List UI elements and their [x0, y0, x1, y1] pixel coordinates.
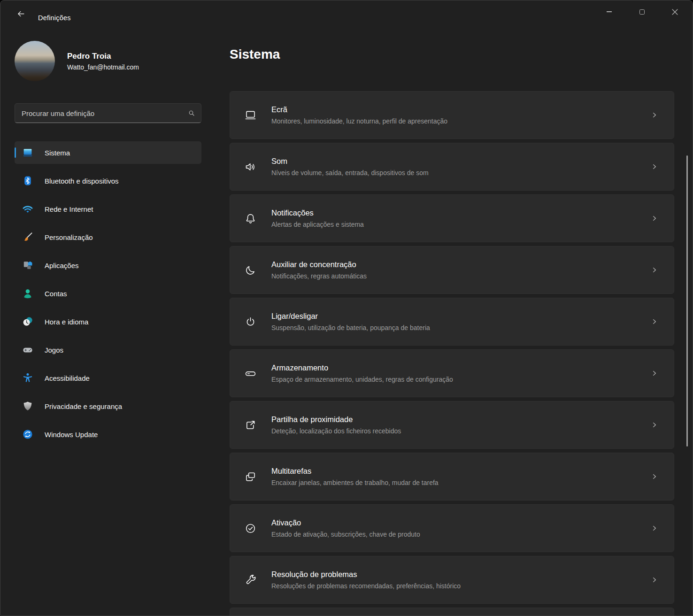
settings-card-resolucao-de-problemas[interactable]: Resolução de problemasResoluções de prob…	[230, 556, 674, 604]
card-subtitle: Resoluções de problemas recomendadas, pr…	[271, 582, 461, 590]
settings-card-som[interactable]: SomNíveis de volume, saída, entrada, dis…	[230, 143, 674, 191]
chevron-right-icon	[651, 267, 658, 274]
settings-card-ligar-desligar[interactable]: Ligar/desligarSuspensão, utilização de b…	[230, 298, 674, 346]
page-title: Sistema	[230, 46, 693, 63]
time-language-icon	[22, 316, 33, 327]
settings-card-multitarefas[interactable]: MultitarefasEncaixar janelas, ambientes …	[230, 453, 674, 500]
sidebar-item-label: Hora e idioma	[45, 318, 88, 326]
search-icon[interactable]	[188, 109, 195, 117]
settings-card-armazenamento[interactable]: ArmazenamentoEspaço de armazenamento, un…	[230, 349, 674, 397]
card-subtitle: Notificações, regras automáticas	[271, 272, 367, 280]
network-icon	[22, 203, 33, 215]
settings-window: Definições Pedro Troia Watto_fan@hotmail…	[0, 0, 693, 616]
sidebar-nav: SistemaBluetooth e dispositivosRede e In…	[15, 141, 201, 446]
card-text: Auxiliar de concentraçãoNotificações, re…	[271, 260, 367, 280]
chevron-right-icon	[651, 422, 658, 429]
sidebar-item-rede-e-internet[interactable]: Rede e Internet	[15, 198, 201, 220]
sidebar-item-jogos[interactable]: Jogos	[15, 339, 201, 361]
card-title: Auxiliar de concentração	[271, 260, 367, 269]
bluetooth-icon	[22, 175, 33, 186]
close-icon	[672, 9, 678, 15]
card-text: MultitarefasEncaixar janelas, ambientes …	[271, 467, 439, 486]
chevron-right-icon	[651, 577, 658, 584]
titlebar: Definições	[0, 0, 693, 27]
settings-card-partial[interactable]	[230, 608, 674, 616]
back-arrow-icon	[17, 10, 25, 18]
chevron-right-icon	[651, 473, 658, 480]
multitasking-icon	[244, 470, 258, 483]
card-title: Resolução de problemas	[271, 570, 461, 579]
sidebar-item-privacidade-e-seguranca[interactable]: Privacidade e segurança	[15, 395, 201, 417]
card-text: Ligar/desligarSuspensão, utilização de b…	[271, 312, 430, 331]
privacy-icon	[22, 400, 33, 412]
minimize-button[interactable]	[596, 3, 622, 20]
accounts-icon	[22, 288, 33, 299]
card-title: Notificações	[271, 208, 364, 217]
profile-name: Pedro Troia	[67, 52, 139, 61]
card-text: SomNíveis de volume, saída, entrada, dis…	[271, 157, 429, 177]
card-subtitle: Deteção, localização dos ficheiros receb…	[271, 427, 401, 435]
card-subtitle: Suspensão, utilização de bateria, poupan…	[271, 324, 430, 331]
windows-update-icon	[22, 429, 33, 440]
card-text: Partilha de proximidadeDeteção, localiza…	[271, 415, 401, 435]
settings-card-partilha-de-proximidade[interactable]: Partilha de proximidadeDeteção, localiza…	[230, 401, 674, 449]
sidebar-item-aplicacoes[interactable]: Aplicações	[15, 254, 201, 277]
sidebar-item-label: Jogos	[45, 346, 63, 354]
card-title: Ligar/desligar	[271, 312, 430, 321]
card-subtitle: Níveis de volume, saída, entrada, dispos…	[271, 169, 429, 177]
search-input[interactable]	[15, 104, 201, 123]
chevron-right-icon	[651, 370, 658, 377]
gaming-icon	[22, 344, 33, 355]
card-text: EcrãMonitores, luminosidade, luz noturna…	[271, 105, 447, 125]
back-button[interactable]	[12, 7, 30, 21]
sidebar-item-windows-update[interactable]: Windows Update	[15, 423, 201, 446]
sidebar-item-contas[interactable]: Contas	[15, 282, 201, 305]
sidebar: Pedro Troia Watto_fan@hotmail.com Sistem…	[0, 27, 216, 616]
maximize-button[interactable]	[629, 3, 655, 20]
sidebar-item-label: Personalização	[45, 233, 93, 241]
focus-assist-icon	[244, 264, 258, 277]
card-subtitle: Alertas de aplicações e sistema	[271, 221, 364, 228]
sidebar-item-label: Aplicações	[45, 262, 79, 270]
settings-card-ativacao[interactable]: AtivaçãoEstado de ativação, subscrições,…	[230, 504, 674, 552]
sidebar-item-label: Privacidade e segurança	[45, 402, 122, 410]
card-subtitle: Encaixar janelas, ambientes de trabalho,…	[271, 479, 439, 486]
accessibility-icon	[22, 372, 33, 384]
app-title: Definições	[38, 14, 71, 22]
sidebar-item-bluetooth-e-dispositivos[interactable]: Bluetooth e dispositivos	[15, 169, 201, 192]
card-title: Ecrã	[271, 105, 447, 114]
avatar	[15, 41, 55, 81]
sidebar-item-hora-e-idioma[interactable]: Hora e idioma	[15, 310, 201, 333]
minimize-icon	[607, 11, 612, 12]
card-title: Som	[271, 157, 429, 166]
notifications-icon	[244, 212, 258, 225]
sidebar-item-label: Windows Update	[45, 431, 98, 439]
card-subtitle: Estado de ativação, subscrições, chave d…	[271, 531, 420, 538]
sidebar-item-personalizacao[interactable]: Personalização	[15, 226, 201, 248]
personalization-icon	[22, 231, 33, 243]
chevron-right-icon	[651, 525, 658, 532]
sidebar-item-acessibilidade[interactable]: Acessibilidade	[15, 367, 201, 389]
maximize-icon	[639, 9, 645, 15]
profile-text: Pedro Troia Watto_fan@hotmail.com	[67, 52, 139, 71]
card-title: Armazenamento	[271, 363, 453, 372]
storage-icon	[244, 367, 258, 380]
system-icon	[22, 147, 33, 158]
close-button[interactable]	[662, 3, 688, 20]
settings-card-notificacoes[interactable]: NotificaçõesAlertas de aplicações e sist…	[230, 194, 674, 242]
settings-card-auxiliar-de-concentracao[interactable]: Auxiliar de concentraçãoNotificações, re…	[230, 246, 674, 294]
troubleshoot-icon	[244, 574, 258, 586]
sidebar-item-sistema[interactable]: Sistema	[15, 141, 201, 164]
card-text: ArmazenamentoEspaço de armazenamento, un…	[271, 363, 453, 383]
display-icon	[244, 109, 258, 122]
card-text: NotificaçõesAlertas de aplicações e sist…	[271, 208, 364, 228]
profile-card[interactable]: Pedro Troia Watto_fan@hotmail.com	[15, 41, 201, 81]
chevron-right-icon	[651, 163, 658, 170]
settings-card-ecra[interactable]: EcrãMonitores, luminosidade, luz noturna…	[230, 91, 674, 139]
card-subtitle: Espaço de armazenamento, unidades, regra…	[271, 376, 453, 383]
power-icon	[244, 316, 258, 328]
sidebar-item-label: Rede e Internet	[45, 205, 93, 213]
card-title: Ativação	[271, 518, 420, 527]
card-subtitle: Monitores, luminosidade, luz noturna, pe…	[271, 117, 447, 125]
scrollbar-thumb[interactable]	[686, 155, 688, 447]
